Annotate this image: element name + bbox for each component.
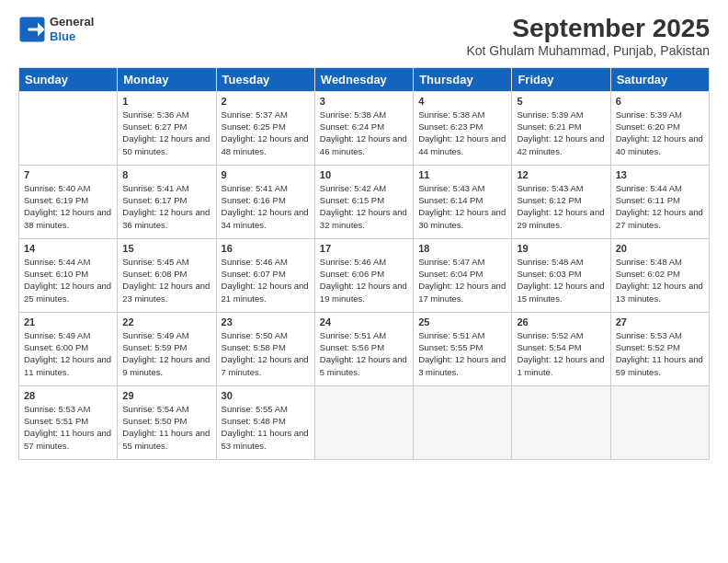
calendar-cell	[314, 385, 413, 459]
sunrise-text: Sunrise: 5:45 AM	[122, 256, 210, 268]
day-number: 13	[616, 169, 704, 180]
sunrise-text: Sunrise: 5:38 AM	[418, 109, 506, 121]
calendar-cell: 10Sunrise: 5:42 AMSunset: 6:15 PMDayligh…	[314, 165, 413, 238]
daylight-text: Daylight: 12 hours and 36 minutes.	[122, 206, 210, 231]
calendar-table: Sunday Monday Tuesday Wednesday Thursday…	[18, 67, 710, 460]
sunset-text: Sunset: 6:04 PM	[418, 268, 506, 280]
sunset-text: Sunset: 6:16 PM	[222, 194, 310, 206]
calendar-cell: 20Sunrise: 5:48 AMSunset: 6:02 PMDayligh…	[610, 238, 709, 312]
calendar-header-row: Sunday Monday Tuesday Wednesday Thursday…	[19, 67, 710, 91]
daylight-text: Daylight: 12 hours and 23 minutes.	[122, 280, 210, 304]
daylight-text: Daylight: 12 hours and 38 minutes.	[24, 206, 112, 231]
day-number: 3	[320, 96, 408, 107]
sunset-text: Sunset: 5:51 PM	[24, 415, 112, 427]
calendar-subtitle: Kot Ghulam Muhammad, Punjab, Pakistan	[466, 43, 710, 58]
sunset-text: Sunset: 5:50 PM	[122, 415, 210, 427]
col-monday: Monday	[118, 67, 216, 91]
day-number: 10	[320, 169, 408, 180]
sunset-text: Sunset: 5:59 PM	[122, 341, 210, 353]
sunrise-text: Sunrise: 5:38 AM	[320, 109, 408, 121]
col-tuesday: Tuesday	[216, 67, 314, 91]
sunset-text: Sunset: 6:25 PM	[222, 121, 310, 132]
sunset-text: Sunset: 6:23 PM	[418, 121, 506, 132]
col-thursday: Thursday	[414, 67, 512, 91]
sunset-text: Sunset: 6:27 PM	[122, 121, 210, 132]
sunrise-text: Sunrise: 5:44 AM	[616, 182, 704, 194]
calendar-cell: 1Sunrise: 5:36 AMSunset: 6:27 PMDaylight…	[118, 91, 216, 165]
calendar-cell: 27Sunrise: 5:53 AMSunset: 5:52 PMDayligh…	[610, 312, 709, 385]
day-number: 19	[517, 243, 605, 254]
logo: General Blue	[18, 15, 94, 43]
sunset-text: Sunset: 6:19 PM	[24, 194, 112, 206]
daylight-text: Daylight: 11 hours and 57 minutes.	[24, 427, 112, 452]
sunset-text: Sunset: 6:07 PM	[222, 268, 310, 280]
daylight-text: Daylight: 12 hours and 5 minutes.	[320, 353, 408, 378]
logo-icon	[18, 16, 46, 43]
daylight-text: Daylight: 12 hours and 44 minutes.	[418, 132, 506, 157]
sunrise-text: Sunrise: 5:51 AM	[418, 329, 506, 341]
day-number: 14	[24, 243, 112, 254]
day-number: 11	[418, 169, 506, 180]
sunrise-text: Sunrise: 5:46 AM	[320, 256, 408, 268]
col-saturday: Saturday	[610, 67, 709, 91]
title-block: September 2025 Kot Ghulam Muhammad, Punj…	[466, 15, 710, 58]
calendar-cell: 26Sunrise: 5:52 AMSunset: 5:54 PMDayligh…	[512, 312, 610, 385]
day-number: 17	[320, 243, 408, 254]
daylight-text: Daylight: 12 hours and 15 minutes.	[517, 280, 605, 304]
calendar-week-row: 21Sunrise: 5:49 AMSunset: 6:00 PMDayligh…	[19, 312, 710, 385]
day-number: 15	[122, 243, 210, 254]
daylight-text: Daylight: 12 hours and 17 minutes.	[418, 280, 506, 304]
calendar-cell: 17Sunrise: 5:46 AMSunset: 6:06 PMDayligh…	[314, 238, 413, 312]
calendar-cell: 3Sunrise: 5:38 AMSunset: 6:24 PMDaylight…	[314, 91, 413, 165]
daylight-text: Daylight: 12 hours and 42 minutes.	[517, 132, 605, 157]
daylight-text: Daylight: 12 hours and 13 minutes.	[616, 280, 704, 304]
calendar-cell: 15Sunrise: 5:45 AMSunset: 6:08 PMDayligh…	[118, 238, 216, 312]
calendar-cell: 21Sunrise: 5:49 AMSunset: 6:00 PMDayligh…	[19, 312, 118, 385]
day-number: 22	[122, 316, 210, 327]
sunrise-text: Sunrise: 5:41 AM	[222, 182, 310, 194]
daylight-text: Daylight: 11 hours and 59 minutes.	[616, 353, 704, 378]
sunrise-text: Sunrise: 5:42 AM	[320, 182, 408, 194]
sunset-text: Sunset: 6:06 PM	[320, 268, 408, 280]
daylight-text: Daylight: 12 hours and 11 minutes.	[24, 353, 112, 378]
calendar-cell	[19, 91, 118, 165]
day-number: 2	[222, 96, 310, 107]
daylight-text: Daylight: 11 hours and 55 minutes.	[122, 427, 210, 452]
calendar-cell: 28Sunrise: 5:53 AMSunset: 5:51 PMDayligh…	[19, 385, 118, 459]
sunset-text: Sunset: 5:58 PM	[222, 341, 310, 353]
day-number: 25	[418, 316, 506, 327]
daylight-text: Daylight: 12 hours and 3 minutes.	[418, 353, 506, 378]
sunrise-text: Sunrise: 5:41 AM	[122, 182, 210, 194]
daylight-text: Daylight: 12 hours and 29 minutes.	[517, 206, 605, 231]
calendar-cell: 11Sunrise: 5:43 AMSunset: 6:14 PMDayligh…	[414, 165, 512, 238]
day-number: 24	[320, 316, 408, 327]
day-number: 8	[122, 169, 210, 180]
daylight-text: Daylight: 12 hours and 19 minutes.	[320, 280, 408, 304]
sunrise-text: Sunrise: 5:52 AM	[517, 329, 605, 341]
sunrise-text: Sunrise: 5:46 AM	[222, 256, 310, 268]
day-number: 28	[24, 390, 112, 401]
sunset-text: Sunset: 5:52 PM	[616, 341, 704, 353]
calendar-cell: 5Sunrise: 5:39 AMSunset: 6:21 PMDaylight…	[512, 91, 610, 165]
daylight-text: Daylight: 12 hours and 34 minutes.	[222, 206, 310, 231]
daylight-text: Daylight: 12 hours and 40 minutes.	[616, 132, 704, 157]
sunrise-text: Sunrise: 5:49 AM	[122, 329, 210, 341]
sunset-text: Sunset: 6:14 PM	[418, 194, 506, 206]
sunrise-text: Sunrise: 5:54 AM	[122, 403, 210, 415]
sunrise-text: Sunrise: 5:48 AM	[616, 256, 704, 268]
page: General Blue September 2025 Kot Ghulam M…	[0, 0, 728, 563]
calendar-cell: 25Sunrise: 5:51 AMSunset: 5:55 PMDayligh…	[414, 312, 512, 385]
calendar-cell: 4Sunrise: 5:38 AMSunset: 6:23 PMDaylight…	[414, 91, 512, 165]
sunrise-text: Sunrise: 5:43 AM	[418, 182, 506, 194]
sunrise-text: Sunrise: 5:53 AM	[24, 403, 112, 415]
calendar-week-row: 28Sunrise: 5:53 AMSunset: 5:51 PMDayligh…	[19, 385, 710, 459]
daylight-text: Daylight: 12 hours and 32 minutes.	[320, 206, 408, 231]
calendar-cell: 14Sunrise: 5:44 AMSunset: 6:10 PMDayligh…	[19, 238, 118, 312]
day-number: 4	[418, 96, 506, 107]
sunrise-text: Sunrise: 5:43 AM	[517, 182, 605, 194]
day-number: 6	[616, 96, 704, 107]
sunrise-text: Sunrise: 5:53 AM	[616, 329, 704, 341]
calendar-cell: 24Sunrise: 5:51 AMSunset: 5:56 PMDayligh…	[314, 312, 413, 385]
col-sunday: Sunday	[19, 67, 118, 91]
sunset-text: Sunset: 5:56 PM	[320, 341, 408, 353]
